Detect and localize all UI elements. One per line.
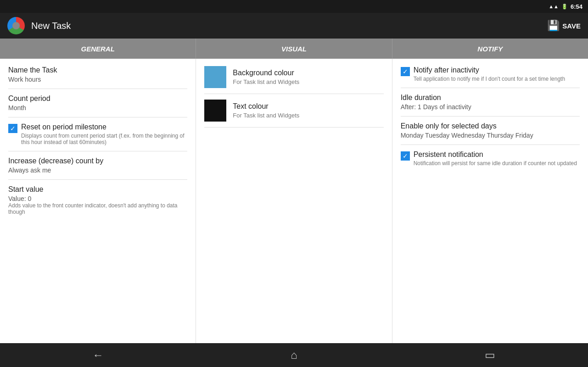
battery-icon: 🔋 (561, 4, 568, 10)
text-colour-desc: For Task list and Widgets (233, 112, 299, 119)
notify-inactivity-check-icon: ✓ (403, 68, 408, 75)
text-colour-title: Text colour (233, 102, 299, 111)
selected-days-value: Monday Tuesday Wednesday Thursday Friday (401, 132, 580, 139)
tab-general[interactable]: GENERAL (0, 39, 196, 59)
background-colour-desc: For Task list and Widgets (233, 78, 299, 85)
top-bar: New Task 💾 SAVE (0, 13, 588, 39)
persistent-notification-label: Persistent notification (414, 150, 577, 159)
main-content: Name the Task Work hours Count period Mo… (0, 59, 588, 343)
reset-milestone-row[interactable]: ✓ Reset on period milestone Displays cou… (8, 123, 187, 151)
bottom-nav: ← ⌂ ▭ (0, 343, 588, 367)
save-label: SAVE (562, 22, 581, 30)
background-colour-info: Background colour For Task list and Widg… (233, 69, 299, 85)
increase-count-row[interactable]: Increase (decrease) count by Always ask … (8, 157, 187, 180)
selected-days-row[interactable]: Enable only for selected days Monday Tue… (401, 122, 580, 145)
persistent-notification-row[interactable]: ✓ Persistent notification Notification w… (401, 150, 580, 172)
home-icon: ⌂ (291, 349, 297, 361)
app-logo (7, 17, 25, 34)
recent-button[interactable]: ▭ (476, 346, 504, 364)
notify-inactivity-checkbox[interactable]: ✓ (401, 67, 410, 76)
background-colour-swatch (204, 66, 226, 88)
idle-duration-value: After: 1 Days of inactivity (401, 103, 580, 111)
persistent-notification-content: Persistent notification Notification wil… (414, 150, 577, 167)
count-period-title: Count period (8, 95, 187, 103)
visual-panel: Background colour For Task list and Widg… (196, 59, 392, 343)
tab-visual[interactable]: VISUAL (196, 39, 392, 59)
increase-count-title: Increase (decrease) count by (8, 157, 187, 165)
reset-milestone-checkbox[interactable]: ✓ (8, 124, 17, 133)
persistent-notification-check-icon: ✓ (403, 153, 408, 159)
back-icon: ← (93, 349, 104, 361)
persistent-notification-checkbox[interactable]: ✓ (401, 151, 410, 161)
start-value-row[interactable]: Start value Value: 0 Adds value to the f… (8, 185, 187, 221)
signal-icon: ▲▲ (549, 4, 559, 9)
increase-count-value: Always ask me (8, 167, 187, 174)
background-colour-title: Background colour (233, 69, 299, 77)
clock: 6:54 (571, 3, 582, 10)
idle-duration-row[interactable]: Idle duration After: 1 Days of inactivit… (401, 94, 580, 117)
home-button[interactable]: ⌂ (280, 346, 308, 364)
save-button[interactable]: 💾 SAVE (547, 20, 581, 32)
count-period-value: Month (8, 104, 187, 111)
tab-bar: GENERAL VISUAL NOTIFY (0, 39, 588, 59)
start-value-value: Value: 0 (8, 195, 187, 202)
reset-milestone-desc: Displays count from current period start… (21, 133, 187, 145)
notify-inactivity-content: Notify after inactivity Tell application… (414, 66, 565, 82)
notify-inactivity-desc: Tell application to notify me if I don't… (414, 76, 565, 82)
tab-notify[interactable]: NOTIFY (392, 39, 588, 59)
persistent-notification-desc: Notification will persist for same idle … (414, 160, 577, 167)
notify-panel: ✓ Notify after inactivity Tell applicati… (392, 59, 588, 343)
name-task-row[interactable]: Name the Task Work hours (8, 66, 187, 89)
start-value-desc: Adds value to the front counter indicato… (8, 202, 187, 215)
reset-milestone-check-icon: ✓ (10, 125, 16, 132)
save-icon: 💾 (547, 20, 560, 32)
background-colour-row[interactable]: Background colour For Task list and Widg… (204, 66, 383, 94)
general-panel: Name the Task Work hours Count period Mo… (0, 59, 196, 343)
selected-days-title: Enable only for selected days (401, 122, 580, 130)
count-period-row[interactable]: Count period Month (8, 95, 187, 117)
text-colour-row[interactable]: Text colour For Task list and Widgets (204, 100, 383, 128)
status-bar: ▲▲ 🔋 6:54 (0, 0, 588, 13)
reset-milestone-label: Reset on period milestone (21, 123, 187, 131)
idle-duration-title: Idle duration (401, 94, 580, 102)
start-value-title: Start value (8, 185, 187, 194)
text-colour-info: Text colour For Task list and Widgets (233, 102, 299, 119)
back-button[interactable]: ← (84, 346, 112, 364)
app-title: New Task (31, 21, 547, 31)
recent-icon: ▭ (485, 349, 495, 361)
notify-inactivity-label: Notify after inactivity (414, 66, 565, 74)
text-colour-swatch (204, 100, 226, 122)
name-task-value: Work hours (8, 76, 187, 83)
reset-milestone-content: Reset on period milestone Displays count… (21, 123, 187, 145)
name-task-title: Name the Task (8, 66, 187, 74)
notify-inactivity-row[interactable]: ✓ Notify after inactivity Tell applicati… (401, 66, 580, 88)
